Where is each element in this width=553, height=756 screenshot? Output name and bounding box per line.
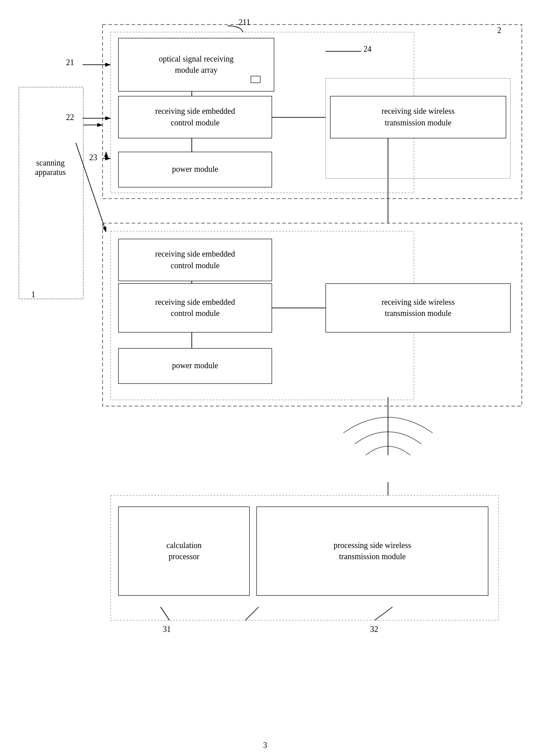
- optical-signal-label: optical signal receivingmodule array: [159, 54, 234, 76]
- power-module-mid-box: power module: [118, 348, 272, 384]
- svg-line-22: [161, 607, 169, 620]
- receiving-wireless-top-box: receiving side wirelesstransmission modu…: [330, 96, 506, 138]
- receiving-wireless-mid-box: receiving side wirelesstransmission modu…: [326, 283, 511, 332]
- receiving-embedded-mid1-label: receiving side embeddedcontrol module: [155, 249, 235, 271]
- receiving-wireless-top-label: receiving side wirelesstransmission modu…: [382, 106, 455, 128]
- optical-signal-module-box: optical signal receivingmodule array: [118, 38, 274, 91]
- ref-23-label: 23: [89, 153, 97, 162]
- calculation-processor-label: calculationprocessor: [166, 540, 202, 562]
- svg-line-23: [245, 607, 259, 620]
- receiving-wireless-mid-label: receiving side wirelesstransmission modu…: [382, 297, 455, 319]
- ref-24-label: 24: [363, 45, 371, 54]
- ref-1-label: 1: [31, 290, 35, 299]
- power-module-mid-label: power module: [172, 360, 218, 371]
- scanning-apparatus-label: scanningapparatus: [21, 158, 79, 177]
- receiving-embedded-top-label: receiving side embeddedcontrol module: [155, 106, 235, 128]
- processing-wireless-label: processing side wirelesstransmission mod…: [334, 540, 411, 562]
- ref-32-label: 32: [370, 625, 378, 634]
- power-module-top-box: power module: [118, 152, 272, 187]
- ref-2-label: 2: [497, 26, 501, 35]
- ref-22-label: 22: [66, 113, 74, 122]
- ref-211-label: 211: [239, 18, 250, 27]
- ref-3-label: 3: [263, 741, 267, 750]
- receiving-embedded-mid2-label: receiving side embeddedcontrol module: [155, 297, 235, 319]
- receiving-embedded-top-box: receiving side embeddedcontrol module: [118, 96, 272, 138]
- ref-31-label: 31: [163, 625, 171, 634]
- ref-21-label: 21: [66, 58, 74, 67]
- receiving-embedded-mid1-box: receiving side embeddedcontrol module: [118, 239, 272, 281]
- power-module-top-label: power module: [172, 164, 218, 175]
- svg-line-24: [375, 607, 392, 620]
- receiving-embedded-mid2-box: receiving side embeddedcontrol module: [118, 283, 272, 332]
- calculation-processor-box: calculationprocessor: [118, 507, 250, 596]
- processing-wireless-box: processing side wirelesstransmission mod…: [256, 507, 488, 596]
